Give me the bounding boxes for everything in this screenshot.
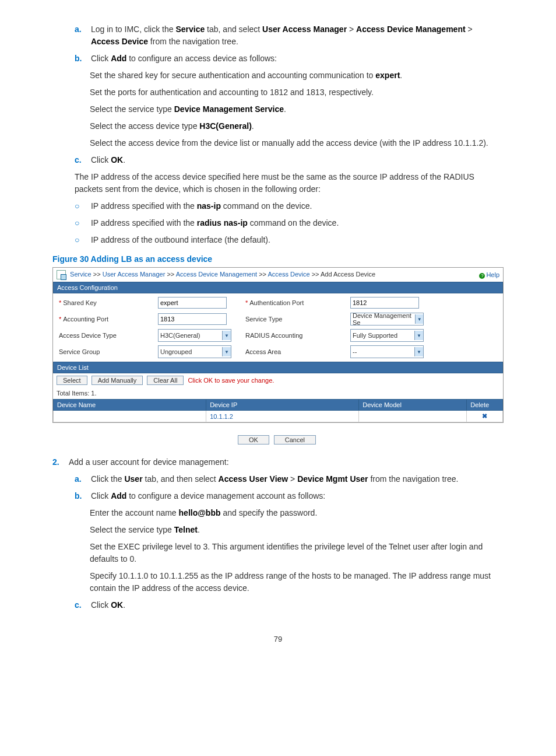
form-grid: *Shared Key *Authentication Port *Accoun… [53,293,503,362]
screenshot-figure: Service >> User Access Manager >> Access… [52,267,504,423]
crumb-adm[interactable]: Access Device Management [176,271,257,278]
bottom-buttons: OK Cancel [52,435,504,444]
input-auth-port[interactable] [350,297,419,309]
step-a: a. Log in to IMC, click the Service tab,… [75,23,504,48]
device-list-toolbar: Select Add Manually Clear All Click OK t… [53,373,503,387]
select-device-type[interactable]: H3C(General)▼ [158,329,231,342]
crumb-service[interactable]: Service [70,271,92,278]
input-acct-port[interactable] [158,313,227,325]
s2b-sub1: Enter the account name hello@bbb and spe… [90,507,504,519]
s2b-sub3: Set the EXEC privilege level to 3. This … [90,541,504,565]
add-manually-button[interactable]: Add Manually [92,376,143,385]
step-c: c. Click OK. [75,154,504,166]
lbl-acctport: Accounting Port [63,316,108,323]
marker-b: b. [75,52,89,65]
b-sub2: Set the ports for authentication and acc… [90,86,504,99]
step2-c: c. Click OK. [75,599,504,611]
select-radius-acct[interactable]: Fully Supported▼ [350,329,424,342]
select-button[interactable]: Select [57,376,87,385]
page-number: 79 [52,635,504,643]
device-table: Device Name Device IP Device Model Delet… [53,399,503,422]
s2b-sub4: Specify 10.1.1.0 to 10.1.1.255 as the IP… [90,570,504,594]
text-a: Log in to IMC, click the Service tab, an… [91,23,487,48]
b-sub4: Select the access device type H3C(Genera… [90,120,504,132]
clear-all-button[interactable]: Clear All [147,376,184,385]
b-sub5: Select the access device from the device… [90,137,504,149]
th-ip: Device IP [206,400,359,411]
lbl-area: Access Area [245,348,350,355]
marker-a: a. [75,23,89,36]
select-access-area[interactable]: --▼ [350,345,424,358]
lbl-shared: Shared Key [63,299,96,306]
lbl-authport: Authentication Port [249,299,304,306]
step-2: 2. Add a user account for device managem… [52,456,504,468]
crumb-add: Add Access Device [321,271,375,278]
circle-marker: ○ [75,217,89,229]
table-row: 10.1.1.2 ✖ [54,411,503,422]
section-access-config: Access Configuration [53,282,503,293]
para-note: The IP address of the access device spec… [75,171,504,195]
doc-icon [57,270,66,279]
cell-name [54,411,206,422]
th-name: Device Name [54,400,206,411]
chevron-down-icon: ▼ [222,331,231,340]
lbl-svctype: Service Type [245,316,350,323]
cell-model [359,411,467,422]
circ-1: ○ IP address specified with the nas-ip c… [75,200,504,212]
lbl-svcgroup: Service Group [59,348,158,355]
delete-button[interactable]: ✖ [467,411,503,422]
circ-2: ○ IP address specified with the radius n… [75,217,504,229]
marker-c: c. [75,154,89,166]
th-delete: Delete [467,400,503,411]
b-sub3: Select the service type Device Managemen… [90,103,504,116]
help-icon: ? [479,273,485,279]
lbl-devtype: Access Device Type [59,332,158,339]
select-service-group[interactable]: Ungrouped▼ [158,345,231,358]
b-sub1: Set the shared key for secure authentica… [90,69,504,82]
crumb-uam[interactable]: User Access Manager [103,271,166,278]
chevron-down-icon: ▼ [414,347,423,356]
step2-b: b. Click Add to configure a device manag… [75,490,504,502]
marker-2: 2. [52,456,66,468]
s2b-sub2: Select the service type Telnet. [90,524,504,536]
chevron-down-icon: ▼ [415,314,423,324]
circ-3: ○ IP address of the outbound interface (… [75,234,504,246]
breadcrumb: Service >> User Access Manager >> Access… [53,268,503,282]
text-b: Click Add to configure an access device … [91,52,487,65]
circle-marker: ○ [75,200,89,212]
input-shared-key[interactable] [158,297,227,309]
lbl-radacct: RADIUS Accounting [245,332,350,339]
save-note: Click OK to save your change. [188,377,274,384]
select-service-type[interactable]: Device Management Se▼ [350,313,424,326]
section-device-list: Device List [53,362,503,373]
help-link[interactable]: ?Help [479,271,499,279]
chevron-down-icon: ▼ [414,331,423,340]
cell-ip: 10.1.1.2 [206,411,359,422]
crumb-ad[interactable]: Access Device [268,271,309,278]
step-b: b. Click Add to configure an access devi… [75,52,504,65]
figure-caption: Figure 30 Adding LB as an access device [52,254,504,264]
circle-marker: ○ [75,234,89,246]
total-items: Total Items: 1. [53,387,503,399]
text-c: Click OK. [91,154,487,166]
cancel-button[interactable]: Cancel [274,435,316,444]
chevron-down-icon: ▼ [222,347,231,356]
ok-button[interactable]: OK [238,435,269,444]
step2-a: a. Click the User tab, and then select A… [75,473,504,485]
th-model: Device Model [359,400,467,411]
